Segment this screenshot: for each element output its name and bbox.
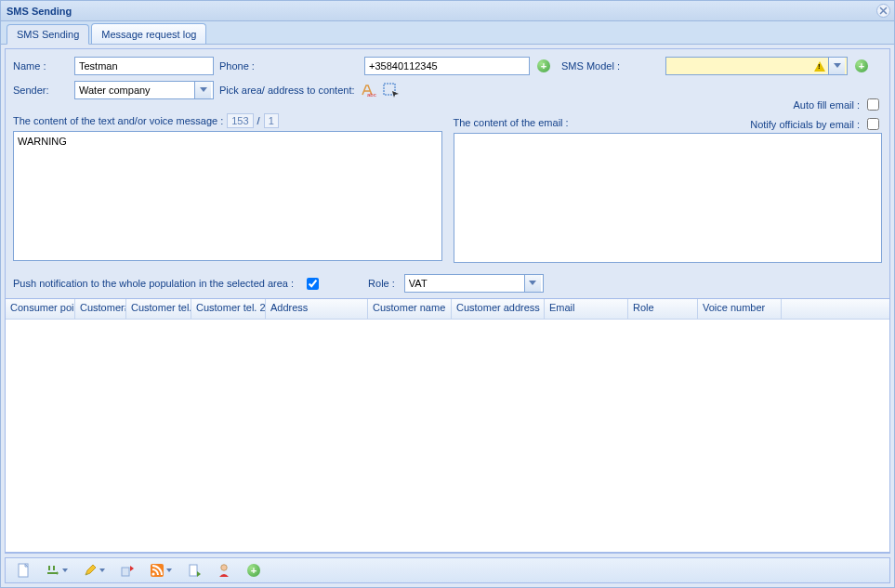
tab-sms-sending[interactable]: SMS Sending <box>7 24 89 45</box>
column-header[interactable]: Customer address <box>452 299 545 319</box>
tabstrip: SMS Sending Message request log <box>1 21 894 45</box>
autofill-email-checkbox[interactable] <box>867 98 879 111</box>
svg-point-5 <box>151 572 154 575</box>
add-model-icon[interactable]: + <box>853 58 870 74</box>
chevron-down-icon[interactable] <box>524 275 541 292</box>
tab-message-request-log[interactable]: Message request log <box>91 23 206 44</box>
svg-point-7 <box>221 565 227 570</box>
notify-officials-checkbox[interactable] <box>867 118 879 130</box>
autofill-email-label: Auto fill email : <box>793 99 860 111</box>
name-label: Name : <box>13 60 69 72</box>
grid-body[interactable] <box>6 320 889 552</box>
column-header[interactable]: Consumer point <box>6 299 75 319</box>
close-icon[interactable] <box>876 4 890 18</box>
page-count: 1 <box>264 113 279 128</box>
svg-rect-6 <box>190 565 197 576</box>
autofill-email-option[interactable]: Auto fill email : <box>793 96 882 113</box>
edit-pencil-icon[interactable] <box>80 560 108 581</box>
main-panel: Name : Phone : + SMS Model : + Sender: <box>5 48 890 554</box>
sms-model-label: SMS Model : <box>561 60 660 72</box>
column-header[interactable]: Customer tel. <box>126 299 191 319</box>
sms-sending-window: SMS Sending SMS Sending Message request … <box>0 0 895 588</box>
pick-area-label: Pick area/ address to content: <box>219 85 355 96</box>
svg-rect-3 <box>122 568 129 576</box>
new-document-icon[interactable] <box>13 560 33 581</box>
bottom-toolbar: + <box>5 557 890 583</box>
add-phone-icon[interactable]: + <box>535 58 552 74</box>
role-combo[interactable] <box>404 274 544 293</box>
window-title: SMS Sending <box>7 6 72 17</box>
push-row: Push notification to the whole populatio… <box>6 270 889 298</box>
column-header[interactable]: Role <box>628 299 698 319</box>
column-header[interactable]: Customer name <box>368 299 452 319</box>
sms-model-combo[interactable] <box>665 57 848 75</box>
sms-model-input[interactable] <box>666 58 811 74</box>
refresh-data-icon[interactable] <box>43 560 71 581</box>
phone-label: Phone : <box>219 60 359 72</box>
column-header[interactable]: Voice number <box>698 299 782 319</box>
sender-combo[interactable] <box>74 81 214 99</box>
email-message-label: The content of the email : <box>454 117 569 128</box>
svg-text:abc: abc <box>367 92 376 98</box>
role-input[interactable] <box>405 275 524 292</box>
text-message-label: The content of the text and/or voice mes… <box>13 115 223 126</box>
warning-icon <box>811 58 828 74</box>
column-header[interactable]: Address <box>266 299 368 319</box>
recipients-grid: Consumer pointCustomer#Customer tel.Cust… <box>6 298 889 553</box>
notify-officials-label: Notify officials by email : <box>750 119 860 130</box>
text-message-textarea[interactable] <box>13 131 442 261</box>
push-checkbox[interactable] <box>307 278 319 290</box>
grid-header: Consumer pointCustomer#Customer tel.Cust… <box>6 299 889 320</box>
column-header[interactable]: Email <box>545 299 628 319</box>
user-icon[interactable] <box>214 560 234 581</box>
email-message-textarea[interactable] <box>454 133 883 263</box>
push-label: Push notification to the whole populatio… <box>13 278 294 289</box>
tab-label: SMS Sending <box>17 29 79 40</box>
sender-label: Sender: <box>13 85 69 96</box>
role-label: Role : <box>368 278 395 289</box>
tab-label: Message request log <box>101 29 196 40</box>
phone-input[interactable] <box>364 57 530 75</box>
column-header[interactable]: Customer tel. 2 <box>191 299 266 319</box>
text-message-column: The content of the text and/or voice mes… <box>13 112 442 263</box>
message-area: The content of the text and/or voice mes… <box>6 112 889 270</box>
char-count: 153 <box>227 113 253 128</box>
email-message-column: The content of the email : Auto fill ema… <box>454 112 883 263</box>
export-document-icon[interactable] <box>184 560 204 581</box>
send-outgoing-icon[interactable] <box>117 560 138 581</box>
chevron-down-icon[interactable] <box>828 58 845 74</box>
titlebar: SMS Sending <box>1 1 894 21</box>
name-input[interactable] <box>74 57 214 75</box>
count-separator: / <box>257 115 260 126</box>
column-header[interactable]: Customer# <box>75 299 126 319</box>
chevron-down-icon[interactable] <box>194 82 211 98</box>
add-icon[interactable]: + <box>243 560 264 581</box>
rss-feed-icon[interactable] <box>147 560 175 581</box>
notify-officials-option[interactable]: Notify officials by email : <box>750 115 882 133</box>
map-select-icon[interactable] <box>383 82 400 98</box>
sender-input[interactable] <box>75 82 194 98</box>
text-tool-icon[interactable]: abc <box>361 82 377 98</box>
